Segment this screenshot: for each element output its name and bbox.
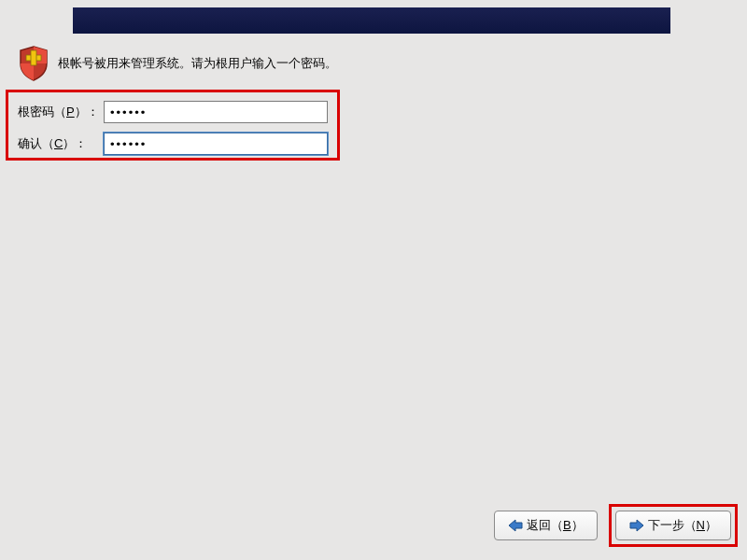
- button-bar: 返回（B） 下一步（N）: [494, 504, 738, 547]
- next-button[interactable]: 下一步（N）: [615, 511, 731, 540]
- password-row: 根密码（P）：: [18, 100, 328, 124]
- confirm-input[interactable]: [104, 133, 328, 155]
- confirm-label: 确认（C）：: [18, 135, 104, 152]
- next-button-highlight: 下一步（N）: [609, 504, 738, 547]
- password-label: 根密码（P）：: [18, 104, 104, 120]
- description-text: 根帐号被用来管理系统。请为根用户输入一个密码。: [58, 55, 337, 72]
- arrow-left-icon: [508, 519, 523, 532]
- header-banner: [73, 7, 670, 34]
- confirm-row: 确认（C）：: [18, 132, 328, 156]
- back-button[interactable]: 返回（B）: [494, 511, 598, 540]
- password-input[interactable]: [104, 101, 328, 123]
- arrow-right-icon: [629, 519, 644, 532]
- svg-rect-1: [31, 50, 36, 65]
- description-row: 根帐号被用来管理系统。请为根用户输入一个密码。: [17, 45, 337, 82]
- shield-icon: [17, 45, 50, 82]
- root-password-form: 根密码（P）： 确认（C）：: [6, 90, 340, 161]
